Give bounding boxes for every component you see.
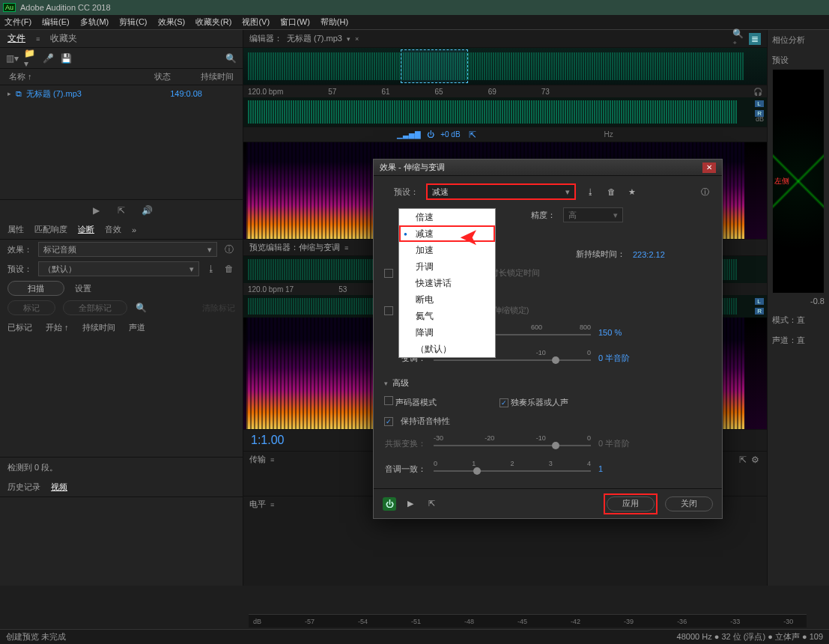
apply-button[interactable]: 应用 <box>607 496 655 511</box>
coherence-slider[interactable]: 01234 <box>434 460 591 478</box>
preset-option[interactable]: 降调 <box>399 324 495 341</box>
scan-button[interactable]: 扫描 <box>7 281 64 296</box>
preset-option[interactable]: 倍速 <box>399 209 495 225</box>
preset-option[interactable]: 快速讲话 <box>399 275 495 291</box>
lock-duration-checkbox[interactable] <box>384 269 393 278</box>
status-right: 48000 Hz ● 32 位 (浮点) ● 立体声 ● 109 <box>677 631 823 643</box>
tab-loudness[interactable]: 匹配响度 <box>34 224 67 235</box>
favorite-icon[interactable]: ★ <box>625 185 639 198</box>
mic-record-icon[interactable]: 🎤 <box>42 52 54 64</box>
keep-voice-checkbox[interactable]: ✓ <box>384 417 393 426</box>
col-duration[interactable]: 持续时间 <box>201 71 234 82</box>
solo-checkbox[interactable]: ✓ <box>499 398 508 407</box>
tick-73: 73 <box>541 88 550 96</box>
save-icon[interactable]: 💾 <box>60 52 72 64</box>
search-icon-2[interactable]: 🔍 <box>135 302 147 314</box>
files-tab-menu-icon[interactable]: ≡ <box>36 35 40 43</box>
zoom-icon[interactable]: 🔍⁺ <box>732 33 744 45</box>
tab-video[interactable]: 视频 <box>51 482 67 493</box>
precision-label: 精度： <box>531 210 556 221</box>
coherence-label: 音调一致： <box>384 464 426 475</box>
preset-select-diag[interactable]: （默认） <box>38 261 199 276</box>
mark-all-button: 全部标记 <box>63 300 127 315</box>
new-duration-value[interactable]: 223:2.12 <box>633 250 665 259</box>
share-icon[interactable]: ⇱ <box>737 454 749 466</box>
new-file-icon[interactable]: ▥▾ <box>6 52 18 64</box>
trash-icon[interactable]: 🗑 <box>223 263 235 275</box>
power-small-icon[interactable]: ⏻ <box>427 130 434 139</box>
preview-play-icon[interactable]: ▶ <box>404 497 417 511</box>
menu-multitrack[interactable]: 多轨(M) <box>80 16 109 28</box>
favorites-tab[interactable]: 收藏夹 <box>50 32 77 45</box>
info-icon-dialog[interactable]: ⓘ <box>698 185 711 198</box>
search-icon[interactable]: 🔍 <box>225 52 237 64</box>
loop-icon[interactable]: ⇱ <box>425 497 438 511</box>
preset-option[interactable]: （默认） <box>399 341 495 357</box>
levels-menu-icon[interactable]: ≡ <box>270 501 274 508</box>
advanced-disclosure-icon[interactable]: ▾ <box>384 380 388 387</box>
menu-edit[interactable]: 编辑(E) <box>42 16 70 28</box>
transport-menu-icon[interactable]: ≡ <box>270 456 274 464</box>
editor-close-icon[interactable]: × <box>355 35 359 43</box>
headphone-icon[interactable]: 🎧 <box>753 88 762 96</box>
preset-option[interactable]: 升调 <box>399 258 495 275</box>
db-ruler: dB-57-54-51-48-45-42-39-36-33-30-27 <box>249 614 807 628</box>
pitch-value[interactable]: 0 <box>598 353 603 362</box>
close-button[interactable]: 关闭 <box>665 496 713 511</box>
export-icon[interactable]: ⇱ <box>115 204 127 216</box>
speaker-icon[interactable]: 🔊 <box>141 204 153 216</box>
expand-icon[interactable]: ▸ <box>7 90 11 97</box>
selection-range[interactable] <box>401 49 468 83</box>
gear-icon[interactable]: ⚙ <box>749 454 761 466</box>
file-row[interactable]: ▸ ⧉ 无标题 (7).mp3 149:0.08 <box>0 85 243 102</box>
download-icon[interactable]: ⭳ <box>205 263 217 275</box>
tab-soundfx[interactable]: 音效 <box>105 224 121 235</box>
menu-view[interactable]: 视图(V) <box>242 16 270 28</box>
play-icon[interactable]: ▶ <box>90 204 102 216</box>
dialog-title: 效果 - 伸缩与变调 <box>380 162 445 173</box>
waveform-overview[interactable] <box>243 48 767 85</box>
tab-history[interactable]: 历史记录 <box>7 482 40 493</box>
dialog-close-icon[interactable]: ✕ <box>702 162 716 173</box>
tick-65: 65 <box>435 88 443 96</box>
precision-select[interactable]: 高 <box>563 207 623 222</box>
effect-select[interactable]: 标记音频 <box>38 242 217 257</box>
phase-preset-label: 预设 <box>772 55 825 66</box>
preset-option-selected[interactable]: 减速 <box>399 225 495 242</box>
vocoder-label: 声码器模式 <box>395 398 437 407</box>
effect-power-icon[interactable]: ⏻ <box>383 497 396 511</box>
open-file-icon[interactable]: 📁▾ <box>24 52 36 64</box>
vocoder-checkbox[interactable] <box>384 396 393 405</box>
col-status[interactable]: 状态 <box>154 71 171 82</box>
lock-icon[interactable]: ⇱ <box>467 129 479 141</box>
preset-select[interactable]: 减速 <box>426 183 576 200</box>
preview-menu-icon[interactable]: ≡ <box>344 244 348 252</box>
preset-option[interactable]: 断电 <box>399 291 495 308</box>
menu-window[interactable]: 窗口(W) <box>280 16 310 28</box>
col-name[interactable]: 名称 ↑ <box>9 71 32 82</box>
preset-option[interactable]: 加速 <box>399 242 495 258</box>
spectral-view-icon[interactable]: ≣ <box>749 33 761 45</box>
coherence-value[interactable]: 1 <box>598 464 643 473</box>
delete-preset-icon[interactable]: 🗑 <box>604 185 618 198</box>
gain-value[interactable]: +0 dB <box>440 130 460 139</box>
mark-button: 标记 <box>7 300 55 315</box>
save-preset-icon[interactable]: ⭳ <box>583 185 597 198</box>
preset-option[interactable]: 氦气 <box>399 308 495 324</box>
waveform-main[interactable]: dBdB LR <box>243 97 767 127</box>
lock-stretch-checkbox[interactable] <box>384 306 393 315</box>
menu-file[interactable]: 文件(F) <box>4 16 31 28</box>
menu-favorites[interactable]: 收藏夹(R) <box>195 16 231 28</box>
menu-clip[interactable]: 剪辑(C) <box>119 16 147 28</box>
files-tab[interactable]: 文件 <box>7 32 25 45</box>
col-channel: 声道 <box>129 322 145 333</box>
stretch-value[interactable]: 150 <box>598 328 612 337</box>
tab-overflow-icon[interactable]: » <box>132 225 136 234</box>
menu-effects[interactable]: 效果(S) <box>158 16 186 28</box>
editor-dropdown-icon[interactable]: ▾ <box>347 35 350 43</box>
info-icon[interactable]: ⓘ <box>223 243 235 255</box>
tab-properties[interactable]: 属性 <box>7 224 24 235</box>
tab-diagnostics[interactable]: 诊断 <box>78 224 94 235</box>
settings-link[interactable]: 设置 <box>75 283 91 294</box>
menu-help[interactable]: 帮助(H) <box>321 16 348 28</box>
